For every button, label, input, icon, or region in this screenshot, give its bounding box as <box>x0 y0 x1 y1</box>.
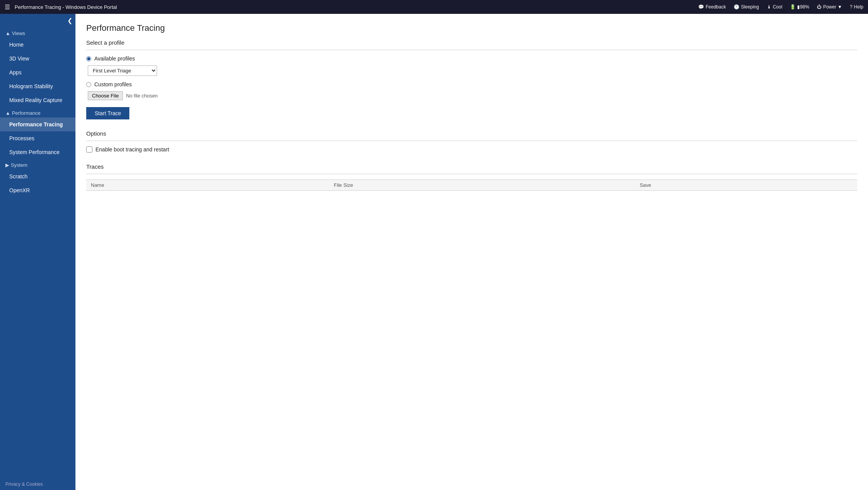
feedback-icon: 💬 <box>698 4 704 10</box>
performance-section-header[interactable]: ▲ Performance <box>0 107 75 117</box>
temp-action[interactable]: 🌡 Cool <box>767 4 783 10</box>
help-label: Help <box>854 4 863 10</box>
sleeping-action[interactable]: 🕐 Sleeping <box>734 4 759 10</box>
boot-tracing-label: Enable boot tracing and restart <box>95 146 169 153</box>
traces-divider <box>86 174 857 174</box>
no-file-label: No file chosen <box>126 93 157 99</box>
views-section-header[interactable]: ▲ Views <box>0 27 75 38</box>
sleeping-icon: 🕐 <box>734 4 739 10</box>
sidebar-item-3dview-label: 3D View <box>9 55 29 62</box>
system-section-label: System <box>11 162 27 168</box>
available-profiles-radio-label: Available profiles <box>94 55 135 62</box>
hamburger-icon[interactable]: ☰ <box>5 3 10 11</box>
traces-col-name: Name <box>86 180 329 191</box>
traces-section: Traces Name File Size Save <box>86 163 857 191</box>
sidebar-item-performance-tracing[interactable]: Performance Tracing <box>0 117 75 131</box>
custom-profiles-radio-label: Custom profiles <box>94 81 132 87</box>
boot-tracing-checkbox-row: Enable boot tracing and restart <box>86 146 857 153</box>
sidebar-item-apps-label: Apps <box>9 69 22 76</box>
boot-tracing-checkbox[interactable] <box>86 146 92 153</box>
options-section: Options Enable boot tracing and restart <box>86 130 857 153</box>
traces-table-header: Name File Size Save <box>86 180 857 191</box>
traces-header-row: Name File Size Save <box>86 180 857 191</box>
help-icon: ? <box>850 4 853 10</box>
page-title: Performance Tracing <box>86 23 857 33</box>
sidebar-item-mixed-reality-capture[interactable]: Mixed Reality Capture <box>0 93 75 107</box>
window-title: Performance Tracing - Windows Device Por… <box>15 4 698 10</box>
titlebar: ☰ Performance Tracing - Windows Device P… <box>0 0 868 14</box>
views-arrow-icon: ▲ <box>5 30 10 36</box>
select-profile-label: Select a profile <box>86 39 857 46</box>
sidebar-item-apps[interactable]: Apps <box>0 65 75 79</box>
custom-profiles-radio[interactable] <box>86 82 91 87</box>
traces-label: Traces <box>86 163 857 170</box>
sleeping-label: Sleeping <box>741 4 759 10</box>
sidebar-item-mixed-reality-capture-label: Mixed Reality Capture <box>9 97 62 103</box>
performance-section-label: Performance <box>12 110 40 116</box>
sidebar-item-processes-label: Processes <box>9 135 34 141</box>
main-layout: ❮ ▲ Views Home 3D View Apps Hologram Sta… <box>0 14 868 490</box>
temp-label: Cool <box>773 4 783 10</box>
sidebar-item-3dview[interactable]: 3D View <box>0 52 75 65</box>
profile-dropdown[interactable]: First Level Triage Battery Life Boot Per… <box>88 65 157 76</box>
privacy-cookies-link[interactable]: Privacy & Cookies <box>0 478 75 490</box>
sidebar-item-system-performance[interactable]: System Performance <box>0 145 75 159</box>
battery-label: ▮98% <box>797 4 809 10</box>
file-chooser-row: Choose File No file chosen <box>88 91 857 100</box>
traces-col-save: Save <box>635 180 857 191</box>
battery-action[interactable]: 🔋 ▮98% <box>790 4 809 10</box>
traces-table: Name File Size Save <box>86 180 857 191</box>
sidebar-item-scratch[interactable]: Scratch <box>0 169 75 183</box>
power-icon: ⏻ <box>817 4 821 10</box>
power-action[interactable]: ⏻ Power ▼ <box>817 4 842 10</box>
collapse-icon: ❮ <box>67 17 72 24</box>
sidebar-item-hologram-stability-label: Hologram Stability <box>9 83 53 89</box>
header-actions: 💬 Feedback 🕐 Sleeping 🌡 Cool 🔋 ▮98% ⏻ Po… <box>698 4 863 10</box>
sidebar: ❮ ▲ Views Home 3D View Apps Hologram Sta… <box>0 14 75 490</box>
sidebar-item-system-performance-label: System Performance <box>9 149 60 155</box>
power-label: Power ▼ <box>823 4 842 10</box>
system-section-header[interactable]: ▶ System <box>0 159 75 169</box>
sidebar-item-hologram-stability[interactable]: Hologram Stability <box>0 79 75 93</box>
available-profiles-radio[interactable] <box>86 56 91 61</box>
feedback-action[interactable]: 💬 Feedback <box>698 4 726 10</box>
choose-file-button[interactable]: Choose File <box>88 91 123 100</box>
feedback-label: Feedback <box>706 4 726 10</box>
sidebar-item-openxr[interactable]: OpenXR <box>0 183 75 197</box>
sidebar-item-home[interactable]: Home <box>0 38 75 52</box>
temp-icon: 🌡 <box>767 4 771 10</box>
traces-col-filesize: File Size <box>329 180 635 191</box>
sidebar-item-openxr-label: OpenXR <box>9 187 30 193</box>
privacy-cookies-label: Privacy & Cookies <box>5 482 43 487</box>
main-content: Performance Tracing Select a profile Ava… <box>75 14 868 490</box>
options-label: Options <box>86 130 857 137</box>
help-action[interactable]: ? Help <box>850 4 863 10</box>
options-divider <box>86 141 857 141</box>
sidebar-item-processes[interactable]: Processes <box>0 131 75 145</box>
sidebar-item-home-label: Home <box>9 42 23 48</box>
sidebar-collapse-button[interactable]: ❮ <box>0 14 75 27</box>
sidebar-item-scratch-label: Scratch <box>9 173 27 180</box>
battery-icon: 🔋 <box>790 4 796 10</box>
profile-dropdown-container: First Level Triage Battery Life Boot Per… <box>88 65 857 76</box>
system-arrow-icon: ▶ <box>5 162 9 168</box>
start-trace-button[interactable]: Start Trace <box>86 107 129 119</box>
available-profiles-radio-row: Available profiles <box>86 55 857 62</box>
custom-profiles-radio-row: Custom profiles <box>86 81 857 87</box>
views-section-label: Views <box>12 30 25 36</box>
select-profile-divider <box>86 50 857 50</box>
performance-arrow-icon: ▲ <box>5 110 10 116</box>
sidebar-item-performance-tracing-label: Performance Tracing <box>9 121 63 128</box>
